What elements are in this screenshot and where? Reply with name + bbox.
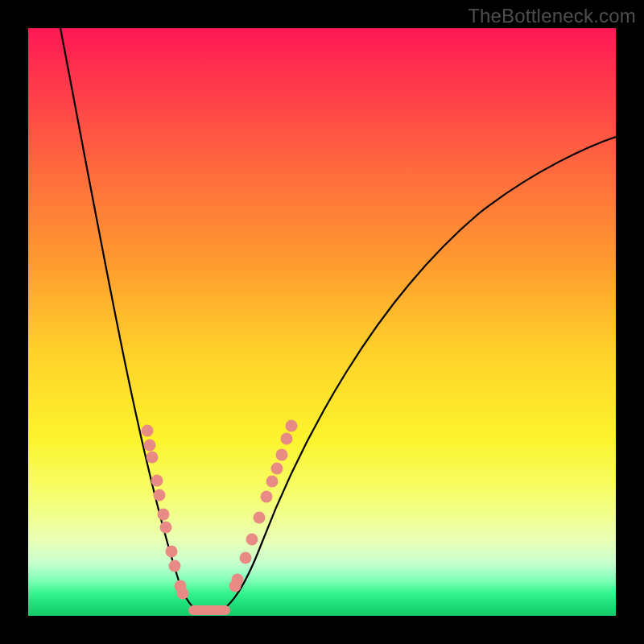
curve-marker xyxy=(281,433,293,445)
curve-marker xyxy=(261,491,273,503)
curve-marker xyxy=(144,440,156,452)
plot-area xyxy=(28,28,616,616)
bottleneck-curve xyxy=(60,28,616,614)
curve-svg xyxy=(28,28,616,616)
curve-marker xyxy=(240,552,252,564)
curve-marker xyxy=(169,560,181,572)
curve-marker xyxy=(147,452,159,464)
curve-marker xyxy=(254,512,266,524)
curve-marker xyxy=(151,475,163,487)
curve-marker xyxy=(154,489,166,502)
curve-marker xyxy=(286,420,298,432)
curve-marker xyxy=(266,476,279,488)
markers-right xyxy=(229,420,298,592)
curve-marker xyxy=(232,574,244,586)
curve-marker xyxy=(271,463,283,475)
curve-marker xyxy=(177,588,189,600)
curve-marker xyxy=(160,522,172,534)
curve-marker xyxy=(142,425,154,437)
curve-marker xyxy=(158,509,170,521)
chart-frame: TheBottleneck.com xyxy=(0,0,644,644)
curve-marker xyxy=(166,546,178,558)
curve-marker xyxy=(276,449,288,461)
curve-marker xyxy=(246,534,258,546)
watermark-text: TheBottleneck.com xyxy=(468,5,636,27)
markers-left xyxy=(142,425,189,600)
